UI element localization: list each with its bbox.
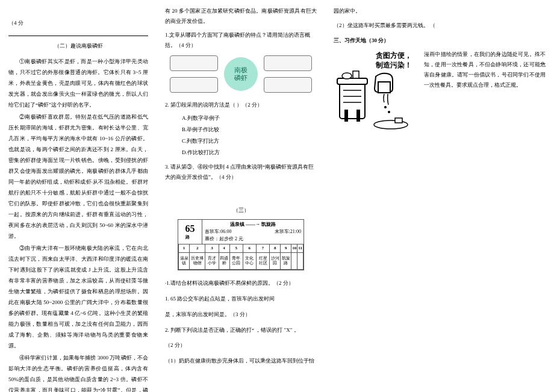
star-question-1: ·1.请结合材料说说南极磷虾不易保鲜的原因。（2 分）: [165, 278, 317, 290]
route-name: 温泉镇 ——→ 凯旋路: [205, 221, 301, 228]
stop-name: 沙河园: [270, 253, 281, 270]
diagram-left-column: [170, 55, 218, 93]
stop-name: 红星社区: [256, 253, 269, 270]
column-1: （4 分 （二）趣说南极磷虾 ①南极磷虾其实不是虾，而是一种小型海洋甲壳类动物，…: [0, 0, 157, 392]
option-c: C.列数字打比方: [182, 135, 317, 147]
option-a: A.列数字举例子: [182, 113, 317, 124]
stop-number-row: 1 2 3 4 5 6 7 8 9 10 11: [179, 244, 303, 253]
stop-name: [297, 253, 303, 270]
cartoon-svg: 贪图方便， 制造污染！: [334, 49, 418, 134]
bus-q2-item1: （1）奶奶在健康街散步完身体后，可以乘坐这路车回到位于怡: [165, 355, 317, 367]
question-2-options: A.列数字举例子 B.举例子作比较 C.列数字打比方 D.作比较打比方: [182, 113, 317, 158]
stop-name: 文化中心: [243, 253, 256, 270]
route-number-sub: 路: [185, 234, 195, 240]
fare-info: 票价：起步价 2 元: [205, 235, 301, 243]
stop-num: 3: [205, 244, 219, 253]
route-number: 65 路: [178, 220, 202, 244]
paragraph-1: ①南极磷虾其实不是虾，而是一种小型海洋甲壳类动物，只不过它的外形很像普通的海虾。…: [8, 56, 148, 110]
diagram-slot[interactable]: [170, 55, 218, 71]
diagram-center-label: 南极 磷虾: [234, 66, 247, 82]
stop-name-row: 温泉镇 历史博物馆 育才小学 四通桥 青年公园 文化中心 红星社区 沙河园 凯旋…: [179, 253, 303, 270]
stop-name: 四通桥: [219, 253, 229, 270]
section-3-title: （三）: [165, 207, 317, 214]
passage-2-title: （二）趣说南极磷虾: [8, 42, 148, 50]
route-number-value: 65: [185, 223, 195, 234]
cartoon-image: 贪图方便， 制造污染！: [334, 49, 418, 134]
svg-rect-2: [344, 110, 348, 122]
bus-q2: 2. 判断下列说法是否正确，正确的打“ ，错误的打 "X" 。: [165, 325, 317, 337]
bus-schedule-table: 65 路 温泉镇 ——→ 凯旋路 首班车:06:00 末班车:21:00 票价：…: [178, 219, 304, 270]
stop-num: 5: [229, 244, 243, 253]
svg-rect-1: [337, 78, 367, 84]
bus-q2-points: （2 分）: [165, 340, 317, 352]
question-1: 1.文章从哪四个方面写了南极磷虾的特点？请用简洁的语言概括。（4 分）: [165, 30, 317, 51]
diagram-slot[interactable]: [264, 77, 312, 93]
stop-num: 6: [243, 244, 256, 253]
cartoon-caption-1: 贪图方便，: [375, 51, 412, 60]
stop-num: 11: [297, 244, 303, 253]
stops-table: 1 2 3 4 5 6 7 8 9 10 11 温泉镇 历史博物馆 育才小学 四…: [178, 244, 303, 270]
svg-point-7: [342, 73, 352, 79]
question-2: 2. 第①段采用的说明方法是（ ）（2 分）: [165, 100, 317, 110]
section-3-heading: 三、习作天地（30 分）: [334, 37, 546, 45]
continuation-line: 园的家中。: [334, 6, 546, 16]
stop-name: 凯旋路: [281, 253, 291, 270]
bus-q2-item2: （2）坐这路车时买票最多需要两元钱。 （: [334, 20, 546, 32]
bus-q1-line2: 是，末班车的出发时间是。（3 分）: [165, 309, 317, 321]
diagram-slot[interactable]: [264, 55, 312, 71]
paragraph-3: ③由于南大洋有一股环绕南极大陆的寒流，它在向北流去时下沉，而来自太平洋、大西洋和…: [8, 243, 148, 351]
paragraph-4: ④科学家们计算，如果每年捕捞 3000 万吨磷虾，不会影响大洋的生态平衡。磷虾的…: [8, 352, 148, 392]
svg-rect-13: [395, 118, 402, 123]
stop-num: 9: [281, 244, 291, 253]
stop-num: 1: [179, 244, 190, 253]
concept-diagram: 南极 磷虾: [165, 55, 317, 93]
stop-num: 2: [190, 244, 205, 253]
stop-name: 青年公园: [229, 253, 243, 270]
svg-point-11: [388, 111, 390, 113]
stop-name: 温泉镇: [179, 253, 190, 270]
bus-q1-line1: 1. 65 路公交车的起点站是，首班车的出发时间: [165, 293, 317, 305]
stop-num: 10: [291, 244, 297, 253]
stop-num: 8: [270, 244, 281, 253]
first-bus-time: 首班车:06:00: [205, 228, 231, 235]
stop-name: 育才小学: [205, 253, 219, 270]
divider: [8, 36, 148, 36]
svg-rect-0: [340, 82, 365, 119]
paragraph-2: ②南极磷虾喜欢群居。特别是在低气压的道路和低气压长期滞留的海域，虾群尤为密集。有…: [8, 111, 148, 241]
stop-num: 7: [256, 244, 269, 253]
passage-continuation: 有 20 多个国家正在加紧研究磷虾食品。南极磷虾资源具有巨大的商业开发价值。: [165, 6, 317, 26]
stop-num: 4: [219, 244, 229, 253]
option-d: D.作比较打比方: [182, 147, 317, 158]
option-b: B.举例子作比较: [182, 124, 317, 135]
essay-prompt: 漫画中描绘的情景，在我们的身边随处可见。殊不知，使用一次性餐具，不但会静响环境，…: [424, 49, 546, 134]
diagram-center-oval: 南极 磷虾: [224, 57, 258, 91]
last-bus-time: 末班车:21:00: [275, 228, 301, 235]
route-info: 温泉镇 ——→ 凯旋路 首班车:06:00 末班车:21:00 票价：起步价 2…: [202, 220, 303, 244]
score-label: （4 分: [8, 19, 148, 27]
diagram-slot[interactable]: [170, 77, 218, 93]
stop-name: 历史博物馆: [190, 253, 205, 270]
cartoon-caption-2: 制造污染！: [375, 61, 412, 69]
diagram-right-column: [264, 55, 312, 93]
column-3: 园的家中。 （2）坐这路车时买票最多需要两元钱。 （ 三、习作天地（30 分） …: [325, 0, 554, 392]
stop-name: [291, 253, 297, 270]
svg-rect-9: [378, 82, 390, 93]
svg-rect-8: [353, 71, 359, 78]
question-3: 3. 请从第③、④段中找到 4 点理由来说明“南极磷虾资源具有巨大的商业开发价值…: [165, 162, 317, 182]
svg-rect-3: [356, 110, 360, 122]
column-2: 有 20 多个国家正在加紧研究磷虾食品。南极磷虾资源具有巨大的商业开发价值。 1…: [157, 0, 325, 392]
svg-point-10: [384, 106, 387, 108]
